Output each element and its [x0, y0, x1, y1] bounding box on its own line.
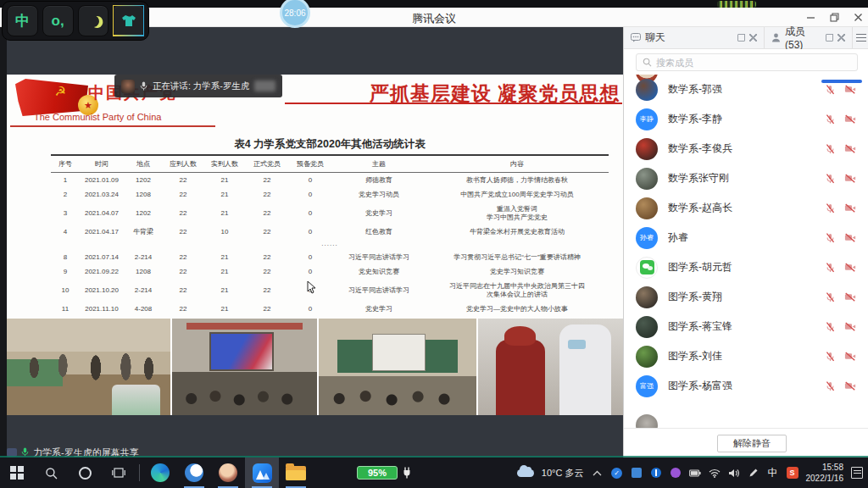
- table-header-cell: 主题: [332, 155, 426, 173]
- close-icon[interactable]: [749, 34, 757, 42]
- tab-chat[interactable]: 聊天: [624, 27, 765, 48]
- plug-icon: [403, 467, 411, 479]
- member-status-icons: [825, 380, 857, 391]
- table-row: 92021.09.2212082221220党史知识竞赛党史学习知识竞赛: [51, 264, 609, 279]
- search-input[interactable]: [656, 58, 826, 68]
- member-row[interactable]: 图学系-胡元哲: [624, 252, 868, 282]
- mic-muted-icon: [825, 202, 836, 214]
- table-cell: 1: [51, 173, 80, 188]
- taskbar-browser-button[interactable]: [177, 458, 211, 488]
- table-cell: 2021.09.22: [80, 264, 124, 279]
- table-cell: 习近平同志讲话学习: [332, 250, 426, 264]
- mic-muted-icon: [825, 232, 836, 243]
- member-list[interactable]: 数学系-郭强李静数学系-李静数学系-李俊兵数学系张守刚数学系-赵高长孙睿孙睿图学…: [624, 75, 868, 428]
- cortana-button[interactable]: [68, 458, 102, 488]
- ime-badge: 中: [768, 466, 778, 480]
- member-row[interactable]: 李静数学系-李静: [624, 104, 868, 134]
- ime-key-skin[interactable]: [113, 5, 144, 36]
- camera-off-icon: [843, 173, 857, 184]
- table-cell: 2-214: [124, 250, 163, 264]
- member-row[interactable]: 图学系-黄翔: [624, 282, 868, 312]
- member-name: 图学系-杨富强: [668, 379, 815, 393]
- ime-key-chinese[interactable]: 中: [7, 5, 38, 36]
- table-header-cell: 预备党员: [288, 155, 332, 173]
- table-header-cell: 时间: [80, 155, 124, 173]
- member-icon: [771, 33, 781, 42]
- member-name: 图学系-黄翔: [668, 290, 815, 304]
- member-status-icons: [825, 143, 857, 154]
- tab-members[interactable]: 成员(53): [765, 27, 853, 48]
- popout-icon[interactable]: [826, 34, 833, 42]
- member-avatar: 富强: [636, 375, 658, 397]
- table-cell: 重温入党誓词 学习中国共产党党史: [426, 202, 609, 225]
- close-button[interactable]: [853, 13, 863, 23]
- tray-wifi[interactable]: [709, 467, 721, 479]
- member-row[interactable]: 图学系-蒋宝锋: [624, 312, 868, 341]
- mic-muted-icon: [825, 291, 836, 302]
- member-row[interactable]: 数学系张守刚: [624, 164, 868, 193]
- member-row[interactable]: 数学系-赵高长: [624, 193, 868, 223]
- shield-check-icon: ✓: [611, 468, 622, 479]
- taskbar-meeting-button[interactable]: [245, 458, 279, 488]
- tray-battery[interactable]: [689, 467, 701, 479]
- tray-security-app[interactable]: ✓: [611, 467, 623, 479]
- restore-button[interactable]: [829, 13, 839, 23]
- taskbar: 95% 10°C 多云 ✓: [0, 458, 868, 488]
- weather-cloud-icon[interactable]: [517, 469, 534, 477]
- table-cell: 22: [163, 202, 203, 225]
- taskbar-search-button[interactable]: [34, 458, 68, 488]
- member-search-area: [624, 49, 868, 75]
- member-search-box[interactable]: [636, 53, 858, 71]
- member-row[interactable]: 图学系-刘佳: [624, 341, 868, 371]
- weather-label[interactable]: 10°C 多云: [542, 467, 584, 480]
- action-center-button[interactable]: [851, 467, 863, 479]
- table-cell: 4: [51, 225, 80, 239]
- close-icon[interactable]: [837, 34, 845, 42]
- camera-off-icon: [843, 321, 857, 332]
- tray-sogou[interactable]: S: [787, 467, 798, 479]
- table-cell: 21: [203, 279, 246, 302]
- member-row[interactable]: 富强图学系-杨富强: [624, 371, 868, 401]
- tray-pen[interactable]: [748, 467, 760, 479]
- table-header-cell: 正式党员: [246, 155, 288, 173]
- task-view-button[interactable]: [102, 458, 136, 488]
- member-row[interactable]: 孙睿孙睿: [624, 223, 868, 252]
- ime-key-night-mode[interactable]: [78, 5, 109, 36]
- taskbar-edge-button[interactable]: [143, 458, 177, 488]
- tray-blue-app[interactable]: [631, 467, 643, 479]
- table-header-cell: 序号: [51, 155, 80, 173]
- table-cell: 22: [163, 173, 203, 188]
- table-cell: 0: [288, 187, 332, 202]
- start-button[interactable]: [0, 458, 34, 488]
- activity-table: 序号时间地点应到人数实到人数正式党员预备党员主题内容 12021.01.0912…: [51, 154, 609, 332]
- photo-decor: [186, 323, 303, 330]
- tray-volume[interactable]: [728, 467, 740, 479]
- member-row[interactable]: 数学系-郭强: [624, 75, 868, 104]
- chevron-up-icon: [593, 470, 602, 476]
- ime-key-punctuation[interactable]: o,: [42, 5, 74, 36]
- taskbar-explorer-button[interactable]: [279, 458, 313, 488]
- table-cell: 22: [163, 187, 203, 202]
- logo-underline: [10, 125, 215, 127]
- table-cell: 2021.03.24: [80, 187, 124, 202]
- member-status-icons: [825, 114, 857, 125]
- tray-ime-indicator[interactable]: 中: [767, 467, 779, 479]
- unmute-button[interactable]: 解除静音: [717, 435, 787, 452]
- tray-purple-app[interactable]: [670, 467, 682, 479]
- table-cell: 学习贯彻习近平总书记“七一”重要讲话精神: [426, 250, 609, 264]
- taskbar-photo-app-button[interactable]: [211, 458, 245, 488]
- minimize-button[interactable]: [805, 13, 815, 23]
- table-cell: 22: [163, 279, 203, 302]
- panel-menu-button[interactable]: [853, 27, 868, 48]
- windows-logo-icon: [10, 466, 24, 480]
- tray-bluetooth[interactable]: [650, 467, 662, 479]
- member-row[interactable]: 数学系-李俊兵: [624, 134, 868, 164]
- table-row: 82021.07.142-2142221220习近平同志讲话学习学习贯彻习近平总…: [51, 250, 609, 264]
- table-cell: 21: [203, 264, 246, 279]
- table-cell: 22: [163, 225, 203, 239]
- tray-expand-button[interactable]: [592, 467, 604, 479]
- taskbar-clock[interactable]: 15:58 2022/1/16: [806, 462, 844, 485]
- battery-widget[interactable]: 95%: [357, 458, 411, 488]
- mic-muted-icon: [825, 380, 836, 391]
- popout-icon[interactable]: [737, 34, 745, 42]
